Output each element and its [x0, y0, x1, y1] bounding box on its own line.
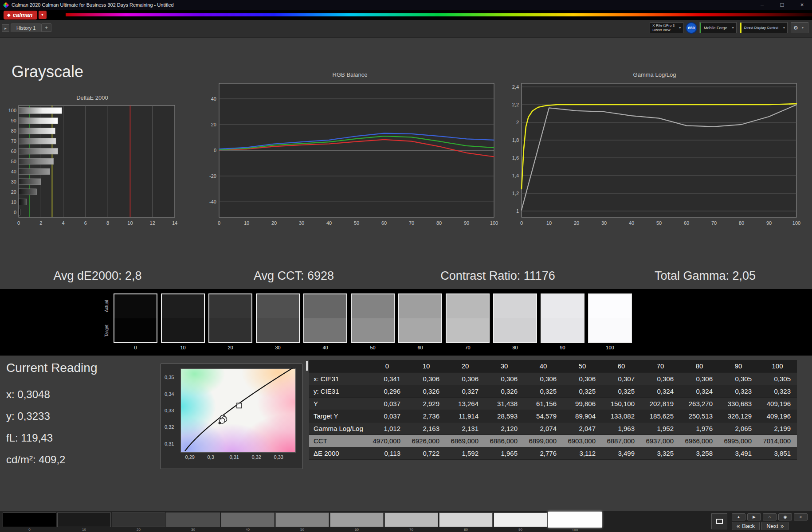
swatch-axis-labels: ActualTarget	[104, 293, 112, 343]
svg-text:12: 12	[150, 220, 155, 226]
cell-value: 133,082	[602, 410, 641, 422]
add-tab-button[interactable]: +	[41, 23, 51, 32]
svg-text:70: 70	[711, 220, 717, 226]
table-row-y[interactable]: Y0,0372,92913,26431,43861,15699,806150,1…	[309, 397, 797, 410]
svg-text:100: 100	[8, 108, 16, 113]
tab-expander-button[interactable]: ▸	[2, 24, 9, 32]
pattern-level-90: 90	[494, 512, 547, 532]
cie-x-tick: 0,31	[230, 454, 239, 460]
next-button[interactable]: Next»	[761, 522, 788, 530]
table-row--e-2000[interactable]: ΔE 20000,1130,7221,5921,9652,7763,1123,4…	[309, 447, 797, 459]
pattern-level-label-40: 40	[221, 528, 275, 532]
svg-text:50: 50	[354, 220, 359, 226]
toolbar: ▸ History 1 + X-Rite i1Pro 3 Direct View…	[0, 20, 812, 38]
tab-history-1[interactable]: History 1	[11, 23, 41, 32]
table-row-gamma-log-log[interactable]: Gamma Log/Log1,0122,1632,1312,1202,0742,…	[309, 422, 797, 434]
home-button[interactable]: ⌂	[763, 513, 777, 520]
cell-value: 0,722	[407, 447, 446, 459]
source-selector[interactable]: Mobile Forge ▼	[699, 22, 737, 33]
pattern-level-button-100[interactable]	[548, 512, 602, 528]
measure-button[interactable]: ▶	[747, 513, 761, 520]
svg-text:10: 10	[244, 220, 249, 226]
swatch-actual-20	[209, 294, 251, 318]
svg-text:2,4: 2,4	[512, 84, 519, 90]
pattern-level-button-20[interactable]	[112, 512, 165, 527]
deltae-bar-50	[19, 158, 54, 164]
cell-value: 0,324	[641, 385, 680, 397]
nav-buttons: «BackNext»	[732, 522, 808, 530]
calman-menu-dropdown[interactable]: ▼	[39, 11, 47, 19]
grayscale-page: Grayscale DeltaE 2000 024681012140102030…	[0, 38, 812, 289]
pattern-level-label-70: 70	[384, 528, 438, 532]
cell-value: 6886,000	[485, 434, 524, 447]
svg-text:30: 30	[601, 220, 607, 226]
cell-value: 2,199	[758, 422, 797, 434]
pattern-window-button[interactable]	[711, 513, 727, 529]
cell-value: 0,306	[680, 372, 719, 385]
pattern-level-button-10[interactable]	[57, 512, 111, 527]
swatch-target-0	[114, 318, 157, 342]
meter-selector[interactable]: X-Rite i1Pro 3 Direct View ▼	[650, 22, 683, 33]
swatch-actual-90	[541, 294, 584, 318]
cell-value: 263,270	[680, 397, 719, 410]
table-row-cct[interactable]: CCT4970,0006926,0006869,0006886,0006899,…	[309, 434, 797, 447]
cie-x-tick: 0,32	[252, 454, 261, 460]
eye-button[interactable]: ◉	[778, 513, 792, 520]
calman-logo[interactable]: ◆ calman ▼	[4, 11, 47, 20]
table-row-y-cie31[interactable]: y: CIE310,2960,3260,3270,3260,3250,3250,…	[309, 385, 797, 397]
svg-text:40: 40	[211, 96, 216, 102]
cell-value: 0,326	[485, 385, 524, 397]
skip-button[interactable]: »	[794, 513, 808, 520]
pattern-level-100: 100	[548, 512, 602, 532]
column-header-60: 60	[602, 360, 641, 372]
svg-text:70: 70	[409, 220, 414, 226]
cie-y-tick: 0,34	[165, 391, 174, 397]
swatch-80: 80	[493, 293, 537, 356]
table-scrollbar[interactable]	[306, 361, 308, 371]
svg-text:20: 20	[11, 189, 16, 195]
pattern-level-60: 60	[330, 512, 384, 532]
pattern-level-button-0[interactable]	[3, 512, 56, 527]
pattern-level-20: 20	[112, 512, 165, 532]
cie-chromaticity-panel: 0,350,340,330,320,310,290,30,310,320,33	[161, 364, 302, 469]
swatch-axis-label-target: Target	[104, 318, 112, 343]
back-button[interactable]: «Back	[732, 522, 760, 530]
svg-text:90: 90	[11, 118, 16, 123]
svg-text:70: 70	[11, 138, 16, 144]
column-header-70: 70	[641, 360, 680, 372]
display-control-selector[interactable]: Direct Display Control ▼	[740, 22, 788, 33]
swatch-60: 60	[398, 293, 442, 356]
settings-button[interactable]: ⚙ ▼	[791, 22, 808, 33]
pattern-level-button-60[interactable]	[330, 512, 384, 527]
pattern-level-button-80[interactable]	[439, 512, 493, 527]
svg-text:10: 10	[11, 200, 16, 205]
table-row-x-cie31[interactable]: x: CIE310,3410,3060,3060,3060,3060,3060,…	[309, 372, 797, 385]
column-header-100: 100	[758, 360, 797, 372]
chevron-down-icon: ▼	[730, 26, 736, 29]
measurement-table: 0102030405060708090100x: CIE310,3410,306…	[309, 360, 797, 460]
close-button[interactable]: ×	[792, 0, 812, 10]
next-label: Next	[766, 523, 778, 529]
gear-icon: ⚙	[793, 25, 798, 31]
row-label: Y	[309, 397, 368, 410]
table-corner-cell	[309, 360, 368, 372]
aux-buttons: ▲▶⌂◉»	[732, 513, 808, 520]
summary-stats: Avg dE2000: 2,8Avg CCT: 6928Contrast Rat…	[0, 269, 812, 283]
measured-point-small	[219, 422, 221, 424]
swatch-label-40: 40	[303, 345, 347, 350]
minimize-button[interactable]: –	[752, 0, 772, 10]
cell-value: 0,341	[368, 372, 407, 385]
pattern-level-button-40[interactable]	[221, 512, 275, 527]
daylight-locus-curve	[185, 368, 295, 451]
pattern-level-button-30[interactable]	[166, 512, 220, 527]
pattern-level-button-90[interactable]	[494, 512, 547, 527]
pattern-level-button-70[interactable]	[384, 512, 438, 527]
pattern-level-button-50[interactable]	[275, 512, 329, 527]
svg-text:8: 8	[106, 220, 109, 226]
svg-text:80: 80	[11, 128, 16, 133]
rgb-balance-chart-title: RGB Balance	[199, 71, 501, 78]
eject-button[interactable]: ▲	[732, 513, 745, 520]
maximize-button[interactable]: □	[772, 0, 792, 10]
svg-text:20: 20	[211, 122, 216, 127]
table-row-target-y[interactable]: Target Y0,0372,73611,91428,59354,57989,9…	[309, 410, 797, 422]
